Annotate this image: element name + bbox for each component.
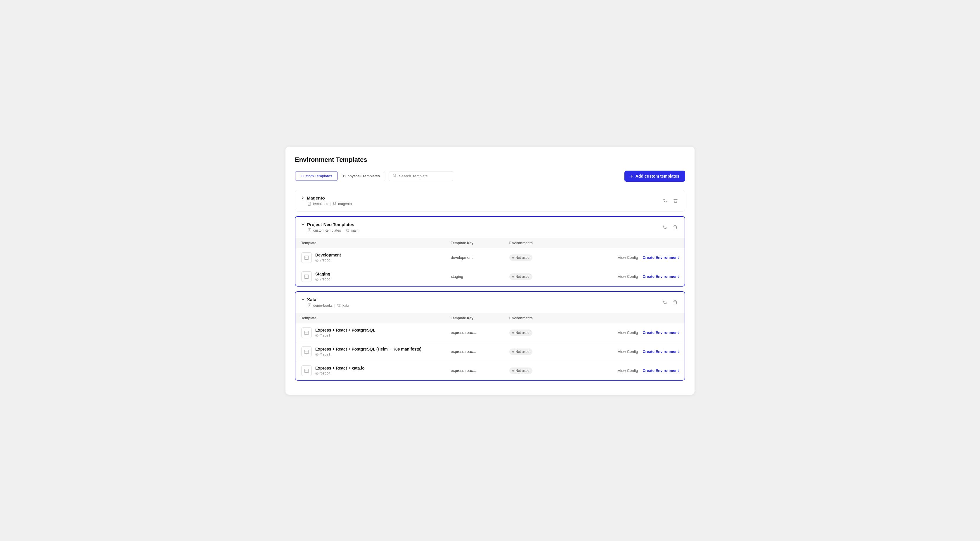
svg-point-6 (333, 202, 334, 203)
template-name-express-react-xata: Express + React + xata.io (315, 366, 365, 371)
env-cell-staging: Not used (509, 274, 591, 280)
col-env-xata: Environments (509, 316, 591, 320)
badge-dot-development (512, 257, 514, 259)
col-key-project-neo: Template Key (451, 241, 509, 245)
template-icon-express-react-pg (301, 328, 312, 338)
section-header-magento: Magento templates | magento (295, 190, 685, 211)
view-config-button-express-react-xata[interactable]: View Config (618, 368, 638, 373)
repo-icon-magento (307, 202, 311, 206)
template-cell-staging: Staging 7febbc (301, 271, 451, 282)
svg-point-14 (346, 229, 347, 230)
section-title-row-xata: Xata (301, 297, 349, 302)
search-icon (393, 173, 397, 179)
table-header-xata: Template Template Key Environments (295, 313, 685, 323)
svg-point-41 (305, 332, 306, 333)
refresh-button-magento[interactable] (662, 197, 669, 204)
row-actions-express-react-xata: View Config Create Environment (591, 368, 679, 373)
refresh-button-project-neo[interactable] (662, 224, 669, 231)
badge-dot-staging (512, 276, 514, 277)
svg-point-47 (305, 351, 306, 352)
section-title-row-project-neo: Project-Neo Templates (301, 222, 358, 227)
repo-icon-project-neo (308, 228, 312, 232)
table-row: Express + React + xata.io fbedb4 express… (295, 361, 685, 380)
search-box (389, 171, 453, 181)
template-key-express-react-pg-helm: express-reac... (451, 349, 509, 354)
template-name-express-react-pg-helm: Express + React + PostgreSQL (Helm + K8s… (315, 347, 422, 352)
template-cell-express-react-pg-helm: Express + React + PostgreSQL (Helm + K8s… (301, 347, 451, 357)
create-environment-button-express-react-pg[interactable]: Create Environment (643, 330, 679, 335)
section-repo-project-neo: custom-templates (313, 228, 341, 232)
create-environment-button-staging[interactable]: Create Environment (643, 274, 679, 278)
svg-rect-50 (304, 369, 309, 372)
section-toggle-magento[interactable] (301, 196, 304, 199)
svg-point-54 (305, 371, 306, 371)
svg-point-15 (348, 231, 348, 232)
section-actions-xata (662, 299, 679, 306)
branch-icon-xata (337, 304, 341, 307)
tab-custom-templates[interactable]: Custom Templates (295, 171, 337, 181)
svg-point-35 (339, 306, 340, 307)
section-toggle-project-neo[interactable] (301, 223, 305, 226)
template-hash-staging: 7febbc (315, 277, 330, 281)
delete-button-xata[interactable] (672, 299, 679, 306)
search-input[interactable] (399, 174, 449, 178)
tab-group: Custom Templates Bunnyshell Templates (295, 171, 385, 181)
section-toggle-xata[interactable] (301, 298, 305, 301)
view-config-button-development[interactable]: View Config (618, 255, 638, 260)
view-config-button-staging[interactable]: View Config (618, 274, 638, 278)
branch-icon-project-neo (345, 228, 349, 232)
template-key-express-react-xata: express-reac... (451, 368, 509, 373)
template-cell-express-react-xata: Express + React + xata.io fbedb4 (301, 366, 451, 376)
row-actions-express-react-pg: View Config Create Environment (591, 330, 679, 335)
view-config-button-express-react-pg-helm[interactable]: View Config (618, 349, 638, 354)
badge-dot-express-react-pg-helm (512, 351, 514, 353)
section-branch-xata: xata (342, 304, 349, 308)
template-info-staging: Staging 7febbc (315, 272, 330, 281)
tab-bunnyshell-templates[interactable]: Bunnyshell Templates (337, 171, 385, 181)
branch-icon-magento (332, 202, 336, 206)
create-environment-button-development[interactable]: Create Environment (643, 255, 679, 260)
status-badge-express-react-xata: Not used (509, 368, 532, 374)
row-actions-express-react-pg-helm: View Config Create Environment (591, 349, 679, 354)
template-key-staging: staging (451, 274, 509, 278)
section-name-magento: Magento (307, 196, 325, 200)
create-environment-button-express-react-pg-helm[interactable]: Create Environment (643, 349, 679, 354)
row-actions-development: View Config Create Environment (591, 255, 679, 260)
create-environment-button-express-react-xata[interactable]: Create Environment (643, 368, 679, 373)
template-name-express-react-pg: Express + React + PostgreSQL (315, 328, 375, 333)
svg-point-22 (305, 258, 306, 258)
delete-button-project-neo[interactable] (672, 224, 679, 231)
add-custom-templates-button[interactable]: + Add custom templates (624, 170, 685, 182)
section-repo-xata: demo-books (313, 304, 332, 308)
view-config-button-express-react-pg[interactable]: View Config (618, 330, 638, 335)
section-header-left-project-neo: Project-Neo Templates custom-templates |… (301, 222, 358, 232)
svg-point-16 (348, 229, 348, 230)
template-icon-express-react-pg-helm (301, 347, 312, 357)
section-card-magento: Magento templates | magento (295, 190, 685, 212)
toolbar: Custom Templates Bunnyshell Templates + … (295, 170, 685, 182)
template-hash-development: 7febbc (315, 258, 341, 263)
svg-point-48 (305, 352, 306, 352)
table-header-project-neo: Template Template Key Environments (295, 238, 685, 248)
section-actions-project-neo (662, 224, 679, 231)
toolbar-left: Custom Templates Bunnyshell Templates (295, 171, 453, 181)
badge-dot-express-react-xata (512, 370, 514, 372)
delete-button-magento[interactable] (672, 197, 679, 204)
svg-rect-38 (304, 331, 309, 334)
section-header-left-xata: Xata demo-books | xata (301, 297, 349, 308)
plus-icon: + (630, 173, 633, 179)
section-header-left-magento: Magento templates | magento (301, 196, 352, 206)
row-actions-staging: View Config Create Environment (591, 274, 679, 278)
status-badge-staging: Not used (509, 274, 532, 280)
refresh-button-xata[interactable] (662, 299, 669, 306)
template-name-development: Development (315, 253, 341, 257)
section-name-project-neo: Project-Neo Templates (307, 222, 354, 227)
template-icon-staging (301, 271, 312, 282)
status-badge-express-react-pg-helm: Not used (509, 348, 532, 355)
status-badge-express-react-pg: Not used (509, 329, 532, 336)
section-meta-xata: demo-books | xata (308, 304, 349, 308)
template-hash-express-react-xata: fbedb4 (315, 371, 365, 376)
section-meta-project-neo: custom-templates | main (308, 228, 358, 232)
env-cell-development: Not used (509, 255, 591, 261)
col-template-project-neo: Template (301, 241, 451, 245)
